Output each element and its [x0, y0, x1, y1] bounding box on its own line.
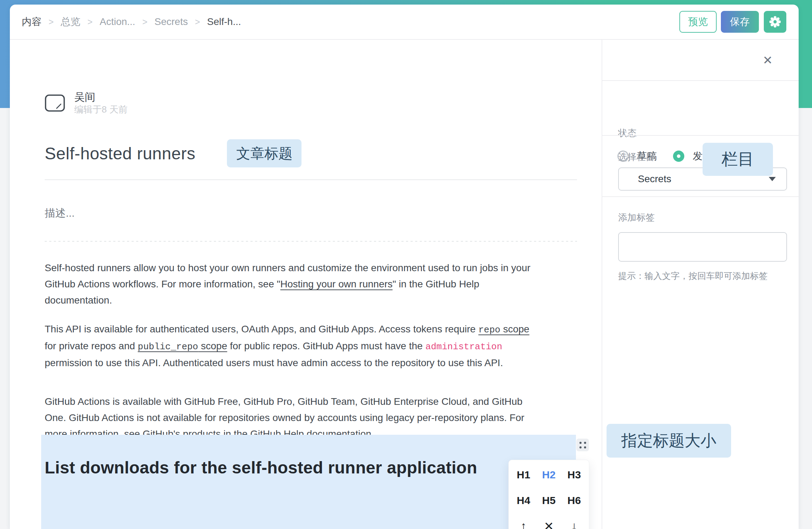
annotation-heading-size: 指定标题大小 — [607, 424, 731, 458]
breadcrumb-separator: > — [88, 17, 93, 27]
breadcrumb: 内容>总览>Action...>Secrets>Self-h... — [22, 15, 241, 28]
selected-heading-block[interactable]: List downloads for the self-hosted runne… — [41, 435, 576, 529]
save-button[interactable]: 保存 — [721, 11, 759, 33]
paragraph[interactable]: This API is available for authenticated … — [45, 321, 539, 371]
inline-link[interactable]: scope — [500, 324, 529, 334]
close-icon[interactable]: ✕ — [761, 53, 775, 67]
heading-text[interactable]: List downloads for the self-hosted runne… — [41, 435, 491, 483]
category-label: 选择栏目 — [618, 151, 655, 163]
heading-level-h5[interactable]: H5 — [536, 488, 562, 514]
author-name: 吴间 — [74, 91, 128, 103]
arrow-down-icon[interactable]: ↓ — [562, 513, 587, 529]
heading-level-h4[interactable]: H4 — [511, 488, 536, 514]
inline-link[interactable]: repo — [478, 325, 500, 335]
drag-dots-icon — [579, 442, 586, 448]
inline-text: for private repos and — [45, 340, 138, 351]
edited-time: 编辑于8 天前 — [74, 103, 128, 115]
avatar — [45, 94, 65, 112]
inline-text: permission to use this API. Authenticate… — [45, 357, 503, 368]
sidebar-divider — [602, 80, 799, 81]
inline-link[interactable]: scope — [198, 340, 227, 351]
editor-card: 内容>总览>Action...>Secrets>Self-h... 预览 保存 — [10, 5, 799, 529]
breadcrumb-item[interactable]: 总览 — [61, 15, 81, 28]
status-label: 状态 — [618, 127, 636, 139]
chevron-down-icon — [769, 177, 776, 181]
editor-header: 内容>总览>Action...>Secrets>Self-h... 预览 保存 — [10, 5, 799, 40]
settings-button[interactable] — [764, 11, 786, 33]
paragraph[interactable]: Self-hosted runners allow you to host yo… — [45, 260, 539, 308]
post-editor-window: 内容>总览>Action...>Secrets>Self-h... 预览 保存 — [0, 0, 812, 529]
title-row: Self-hosted runners 文章标题 — [45, 139, 302, 167]
description-placeholder[interactable]: 描述... — [45, 206, 75, 221]
heading-level-h1[interactable]: H1 — [511, 462, 536, 488]
tag-input[interactable] — [618, 232, 787, 262]
breadcrumb-item[interactable]: Action... — [100, 16, 135, 27]
heading-level-popup: H1H2H3H4H5H6↑✕↓ — [508, 460, 589, 529]
tags-label: 添加标签 — [618, 211, 655, 224]
tags-hint: 提示：输入文字，按回车即可添加标签 — [618, 270, 768, 282]
inline-code: administration — [425, 342, 502, 352]
breadcrumb-item[interactable]: Self-h... — [207, 16, 241, 27]
inline-text: This API is available for authenticated … — [45, 324, 478, 334]
drag-handle[interactable] — [576, 439, 589, 451]
editor-content: 吴间 编辑于8 天前 Self-hosted runners 文章标题 描述..… — [10, 40, 602, 529]
breadcrumb-separator: > — [49, 17, 54, 27]
description-divider — [45, 241, 577, 242]
heading-level-h3[interactable]: H3 — [562, 462, 587, 488]
breadcrumb-item[interactable]: 内容 — [22, 15, 42, 28]
annotation-article-title: 文章标题 — [227, 139, 302, 167]
sidebar-divider — [602, 196, 799, 197]
close-icon[interactable]: ✕ — [536, 513, 562, 529]
annotation-category: 栏目 — [703, 143, 773, 176]
author-block: 吴间 编辑于8 天前 — [45, 91, 128, 115]
inline-link[interactable]: Hosting your own runners — [280, 279, 393, 289]
breadcrumb-item[interactable]: Secrets — [154, 16, 188, 27]
category-value: Secrets — [638, 173, 671, 185]
post-title-input[interactable]: Self-hosted runners — [45, 144, 195, 163]
breadcrumb-separator: > — [142, 17, 147, 27]
title-divider — [45, 179, 577, 180]
breadcrumb-separator: > — [195, 17, 200, 27]
gear-icon — [769, 15, 781, 28]
inline-link[interactable]: public_repo — [138, 342, 198, 352]
preview-button[interactable]: 预览 — [679, 11, 717, 33]
heading-level-h2[interactable]: H2 — [536, 462, 562, 488]
settings-sidebar: ✕ 状态 草稿发布 选择栏目 Secrets 栏目 添加标签 提示：输入文字，按… — [602, 40, 799, 529]
sidebar-divider — [602, 135, 799, 136]
arrow-up-icon[interactable]: ↑ — [511, 513, 536, 529]
heading-level-h6[interactable]: H6 — [562, 488, 587, 514]
header-actions: 预览 保存 — [679, 11, 786, 33]
inline-text: for public repos. GitHub Apps must have … — [227, 340, 425, 351]
radio-icon — [673, 151, 684, 162]
